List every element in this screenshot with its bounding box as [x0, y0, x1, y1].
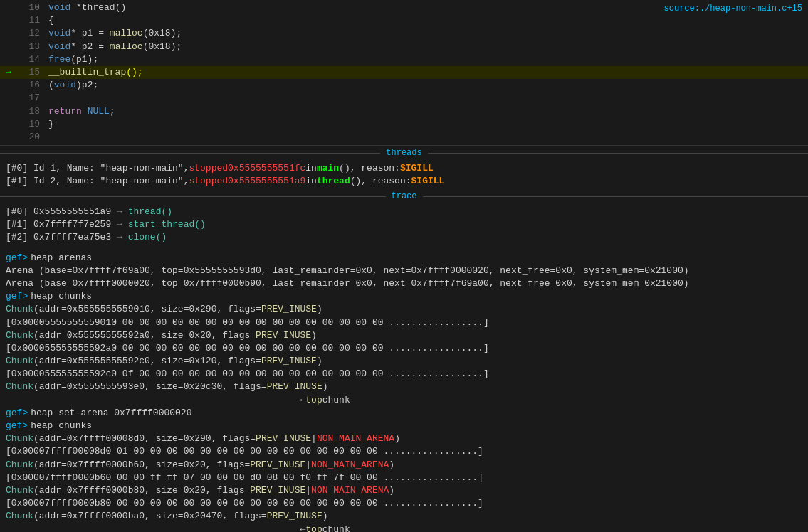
line-content: return NULL; — [48, 105, 802, 118]
trace-divider-line-left — [0, 196, 386, 197]
gef-output-line: [0x000055555555592c0 0f 00 00 00 00 00 0… — [0, 368, 808, 381]
divider-line-right — [428, 153, 808, 154]
line-number: 11 — [17, 14, 40, 27]
divider-line-left — [0, 153, 380, 154]
thread-line: [#1] Id 2, Name: "heap-non-main", stoppe… — [6, 175, 802, 188]
gef-output-line: gef> heap chunks — [0, 290, 808, 303]
line-number: 18 — [17, 105, 40, 118]
gef-output-line: [0x00007ffff0000b80 00 00 00 00 00 00 00… — [0, 497, 808, 510]
trace-divider-line-right — [423, 196, 808, 197]
thread-addr: 0x5555555551a9 — [228, 175, 305, 188]
code-line: 11{ — [0, 14, 808, 27]
gef-output-line: ← top chunk — [0, 394, 808, 407]
code-line: 12 void* p1 = malloc(0x18); — [0, 27, 808, 40]
line-number: 12 — [17, 27, 40, 40]
code-section: source:./heap-non-main.c+15 10void *thre… — [0, 0, 808, 146]
line-number: 10 — [17, 1, 40, 14]
gef-output-line: gef> heap set-arena 0x7ffff0000020 — [0, 407, 808, 420]
gef-output-line: Chunk(addr=0x7ffff00008d0, size=0x290, f… — [0, 432, 808, 445]
code-line: →15 __builtin_trap(); — [0, 66, 808, 79]
line-content: free(p1); — [48, 53, 802, 66]
line-content: { — [48, 14, 802, 27]
threads-section: [#0] Id 1, Name: "heap-non-main", stoppe… — [0, 161, 808, 189]
gef-output-line: Arena (base=0x7ffff7f69a00, top=0x555555… — [0, 265, 808, 277]
thread-status: stopped — [189, 175, 228, 188]
thread-status: stopped — [189, 162, 228, 175]
line-content: (void)p2; — [48, 79, 802, 92]
line-content: __builtin_trap(); — [48, 66, 802, 79]
source-label: source:./heap-non-main.c+15 — [664, 3, 802, 15]
line-number: 20 — [17, 131, 40, 144]
threads-divider: threads — [0, 146, 808, 161]
gef-output-line: gef> heap arenas — [0, 252, 808, 265]
terminal: source:./heap-non-main.c+15 10void *thre… — [0, 0, 808, 532]
thread-func: main — [317, 162, 339, 175]
line-content: void* p1 = malloc(0x18); — [48, 27, 802, 40]
thread-signal: SIGILL — [400, 162, 434, 175]
line-number: 14 — [17, 53, 40, 66]
trace-section: [#0] 0x5555555551a9 → thread()[#1] 0x7ff… — [0, 204, 808, 246]
gef-output-line: [0x000055555555592a0 00 00 00 00 00 00 0… — [0, 342, 808, 355]
trace-line: [#1] 0x7ffff7f7e259 → start_thread() — [6, 218, 802, 231]
code-line: 19} — [0, 118, 808, 131]
gef-output-line: Arena (base=0x7ffff0000020, top=0x7ffff0… — [0, 277, 808, 290]
gef-output-line: Chunk(addr=0x55555555592a0, size=0x20, f… — [0, 329, 808, 342]
gef-output-line: [0x00007ffff00008d0 01 00 00 00 00 00 00… — [0, 445, 808, 458]
thread-id: [#1] Id 2, Name: "heap-non-main", — [6, 175, 189, 188]
gef-output-line: Chunk(addr=0x7ffff0000b60, size=0x20, fl… — [0, 459, 808, 472]
gef-output-line: Chunk(addr=0x7ffff0000ba0, size=0x20470,… — [0, 510, 808, 523]
line-number: 16 — [17, 79, 40, 92]
thread-line: [#0] Id 1, Name: "heap-non-main", stoppe… — [6, 162, 802, 175]
gef-section: gef> heap arenasArena (base=0x7ffff7f69a… — [0, 250, 808, 532]
gef-output-line: Chunk(addr=0x5555555559010, size=0x290, … — [0, 303, 808, 316]
thread-addr: 0x5555555551fc — [228, 162, 305, 175]
thread-func: thread — [317, 175, 350, 188]
line-number: 13 — [17, 41, 40, 53]
trace-line: [#0] 0x5555555551a9 → thread() — [6, 206, 802, 218]
gef-output-line: ← top chunk — [0, 523, 808, 532]
gef-output-line: Chunk(addr=0x7ffff0000b80, size=0x20, fl… — [0, 484, 808, 497]
threads-label: threads — [380, 147, 427, 159]
code-line: 20 — [0, 131, 808, 144]
line-content: void* p2 = malloc(0x18); — [48, 41, 802, 53]
line-content: } — [48, 118, 802, 131]
line-arrow: → — [6, 66, 17, 79]
trace-label: trace — [386, 191, 423, 203]
gef-output-line: Chunk(addr=0x55555555592c0, size=0x120, … — [0, 355, 808, 368]
code-line: 16 (void)p2; — [0, 79, 808, 92]
line-number: 19 — [17, 118, 40, 131]
gef-output-line: gef> heap chunks — [0, 420, 808, 432]
trace-divider: trace — [0, 189, 808, 204]
gef-output-line: Chunk(addr=0x5555555593e0, size=0x20c30,… — [0, 381, 808, 393]
thread-signal: SIGILL — [411, 175, 445, 188]
code-line: 17 — [0, 92, 808, 105]
gef-output-line: [0x00005555555559010 00 00 00 00 00 00 0… — [0, 316, 808, 329]
line-number: 15 — [17, 66, 40, 79]
code-line: 13 void* p2 = malloc(0x18); — [0, 41, 808, 53]
thread-id: [#0] Id 1, Name: "heap-non-main", — [6, 162, 189, 175]
code-line: 14 free(p1); — [0, 53, 808, 66]
code-line: 18 return NULL; — [0, 105, 808, 118]
gef-output-line: [0x00007ffff0000b60 00 00 ff ff 07 00 00… — [0, 472, 808, 484]
line-number: 17 — [17, 92, 40, 105]
trace-line: [#2] 0x7ffff7ea75e3 → clone() — [6, 231, 802, 244]
